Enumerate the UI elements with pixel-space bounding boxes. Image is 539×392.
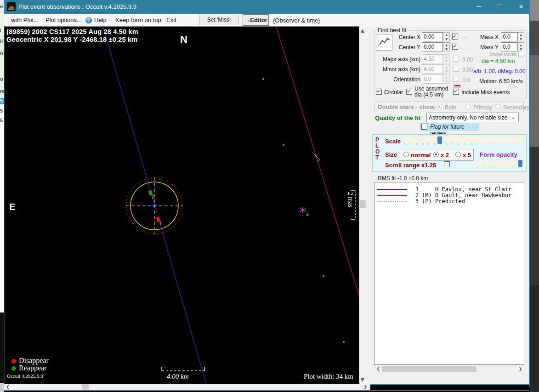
circular-label: Circular [384,89,403,96]
observer-row[interactable]: 1 H Pavlov, near St Clair [374,186,524,192]
center-x-spinner[interactable]: ▲▼ [443,32,450,41]
center-y-flag: --- [461,45,467,51]
plot-canvas[interactable]: 2113 (89859) 2002 CS117 2025 Aug 28 4.50… [5,27,359,383]
plot-title-line1: (89859) 2002 CS117 2025 Aug 28 4.50 km [6,28,138,35]
background-text-fragment: o [0,76,4,82]
minor-axis-spinner: ▲▼ [443,64,450,74]
opacity-slider-ticks [477,166,524,168]
observer-hscrollbar[interactable]: ❮ ❯ [374,365,524,372]
dia-label: dia = 4.50 km [482,58,515,64]
minor-axis-checkbox [453,66,459,72]
scroll-down-icon[interactable]: ▼ [361,376,364,383]
quality-combobox[interactable]: Astrometry only. No reliable size ⌄ [426,113,519,122]
minor-axis-input: 4.50 [422,64,443,74]
include-miss-checkbox[interactable] [453,89,459,95]
plot-letter-l: L [375,142,379,149]
window-right-border [529,0,530,386]
shape-model-checkbox[interactable] [518,51,524,57]
scale-slider-track[interactable] [403,138,524,142]
center-y-spinner[interactable]: ▲▼ [443,42,450,51]
editor-button[interactable]: →Editor [243,14,269,26]
major-axis-input: 4.50 [422,54,443,63]
mass-y-input[interactable]: 0.0 [501,42,517,51]
major-axis-label: Major axis (km) [383,56,420,62]
red-dash [454,85,460,86]
chord2-label: 2 [317,157,320,164]
scale-slider-thumb[interactable] [437,136,442,144]
scroll-right-icon[interactable]: ❯ [518,366,522,372]
plot-hscrollbar[interactable]: ❮ ❯ [4,384,370,390]
find-best-fit-legend: Find best fit [376,27,408,34]
flag-review-checkbox[interactable] [421,124,427,130]
scroll-left-icon[interactable]: ❮ [376,366,380,372]
plot-letter-o: O [375,148,380,155]
mass-x-label: Mass X [473,34,499,40]
mass-x-spinner[interactable]: ▲▼ [517,32,524,41]
size-x2-radio[interactable] [433,152,439,157]
help-icon[interactable]: ? [85,17,92,23]
scroll-range-checkbox[interactable] [444,161,450,167]
mas-bar-label: 2 mas [346,192,354,207]
background-text-fragment: 5 [0,108,4,114]
orientation-spinner: ▲▼ [443,74,450,84]
menu-plot-options[interactable]: Plot options... [45,17,82,23]
hscroll-thumb[interactable] [82,384,89,390]
maximize-button[interactable] [490,0,510,14]
mass-x-input[interactable]: 0.0 [501,32,517,41]
close-button[interactable]: ✕ [511,0,531,14]
plot-vscrollbar[interactable]: ▲ ▼ [359,26,367,384]
set-miss-times-button[interactable]: Set 'Miss' Times [199,15,238,25]
double-stars-legend: Double stars - show [378,103,435,110]
scroll-up-icon[interactable]: ▲ [361,28,364,34]
opacity-slider-thumb[interactable] [518,160,522,167]
scale-slider-ticks [404,143,523,145]
use-assumed-checkbox[interactable] [406,89,412,95]
menu-exit[interactable]: Exit [166,17,176,23]
obs-hscroll-thumb[interactable] [382,366,477,372]
observer-row[interactable]: 3 (P) Predicted [374,198,524,204]
minimize-button[interactable] [469,0,489,14]
circular-checkbox[interactable] [376,89,382,95]
menu-keep-on-top[interactable]: Keep form on top [115,17,161,23]
field-star [323,275,324,277]
secondary-radio [495,104,500,109]
both-label: Both [445,104,456,111]
plot-title-line2: Geocentric X 201.98 Y -2468.18 ±0.25 km [6,36,137,43]
scroll-range-label: Scroll range x1.25 [385,162,436,169]
scroll-left-icon[interactable]: ❮ [6,384,10,390]
center-x-checkbox[interactable] [452,34,458,40]
background-text-fragment: il [0,39,4,44]
background-text-fragment: e [0,4,4,9]
observer-code: (P) [422,198,432,205]
center-y-input[interactable]: 0.00 [422,42,443,51]
use-assumed-label: Use assumed dia (4.5 km) [414,86,452,98]
event-label: 1 [152,194,154,199]
mass-y-spinner[interactable]: ▲▼ [517,42,524,51]
primary-radio [465,104,471,109]
orientation-checkbox [453,76,459,82]
best-fit-chart-icon-button[interactable] [376,34,392,51]
scale-bar-label: 4.00 km [167,373,189,381]
size-normal-radio[interactable] [403,152,409,157]
opacity-slider-track[interactable] [476,161,525,165]
background-window-sliver: eiilnore555 [0,0,4,392]
plot-graphics: 2113 [5,27,359,383]
center-y-checkbox[interactable] [452,44,458,50]
both-radio [437,104,442,109]
observer-row[interactable]: 2 (M) D Gault, near Hawkesbur [374,192,524,198]
menu-with-plot[interactable]: with Plot... [11,17,39,23]
center-x-input[interactable]: 0.00 [422,32,443,41]
menu-help[interactable]: Help [94,17,107,23]
size-x5-radio[interactable] [455,152,461,157]
center-x-label: Center X [394,34,420,40]
vscroll-thumb[interactable] [360,200,366,208]
plot-letter-t: T [375,154,379,161]
predicted-line-sample [377,201,407,202]
form-opacity-link[interactable]: Form opacity [480,151,517,158]
orientation-flag: 0.0 [462,77,470,83]
observer-listbox[interactable]: 1 H Pavlov, near St Clair 2 (M) D Gault,… [374,182,524,365]
observer-num: 2 [415,192,419,199]
plot-version-label: Occult 4.2025.9.9 [7,373,43,379]
scroll-right-icon[interactable]: ❯ [363,384,367,390]
screen: eiilnore555 Plot event observations : Oc… [0,0,539,392]
